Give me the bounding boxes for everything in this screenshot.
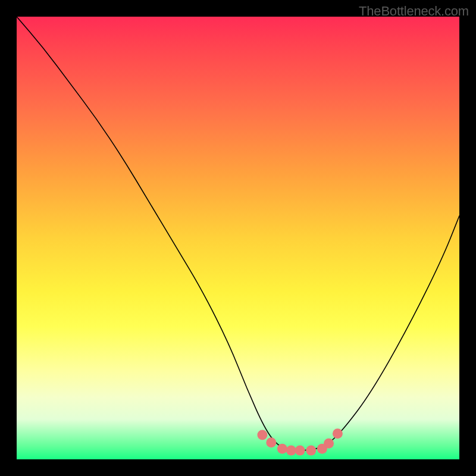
chart-frame: TheBottleneck.com xyxy=(0,0,476,476)
plot-area xyxy=(17,17,459,459)
highlight-dot xyxy=(266,437,276,447)
bottleneck-curve xyxy=(17,17,459,450)
highlight-dot xyxy=(306,446,316,456)
highlight-dot xyxy=(295,446,305,456)
highlight-dot xyxy=(324,439,334,449)
highlight-dot xyxy=(333,428,343,439)
highlight-dot xyxy=(257,430,267,440)
watermark-text: TheBottleneck.com xyxy=(359,4,469,19)
chart-svg xyxy=(17,17,459,459)
highlight-dot xyxy=(277,444,287,454)
highlight-dot xyxy=(286,446,296,456)
highlight-dots xyxy=(257,428,342,455)
